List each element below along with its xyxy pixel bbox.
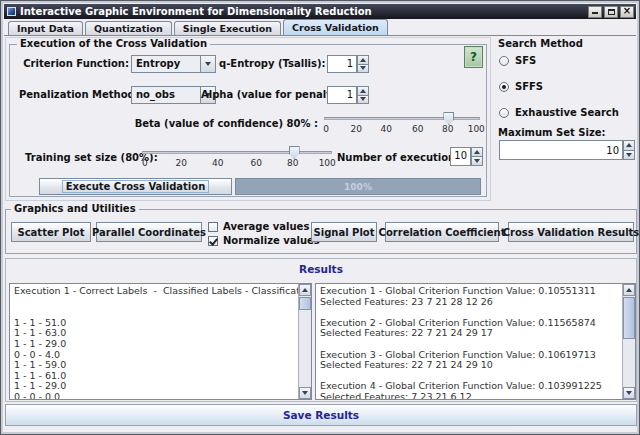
spinner-up-icon[interactable] xyxy=(471,147,483,157)
spinner-down-icon[interactable] xyxy=(623,151,635,161)
tab-cross-validation[interactable]: Cross Validation xyxy=(283,19,388,35)
checkbox-checked-icon xyxy=(208,236,218,246)
number-of-executions-spinner[interactable]: 10 xyxy=(450,147,483,166)
criterion-function-select[interactable]: Entropy xyxy=(131,55,216,73)
beta-label: Beta (value of confidence) 80% : xyxy=(96,118,318,129)
maximum-set-size-spinner[interactable]: 10 xyxy=(499,140,635,160)
number-of-executions-label: Number of executions: xyxy=(337,152,447,163)
maximum-set-size-label: Maximum Set Size: xyxy=(498,127,606,138)
chevron-down-icon[interactable] xyxy=(200,56,215,72)
normalize-values-checkbox[interactable]: Normalize values xyxy=(208,235,320,246)
close-button[interactable]: × xyxy=(620,6,634,18)
cross-validation-results-button[interactable]: Cross Validation Results xyxy=(508,222,634,242)
help-button[interactable]: ? xyxy=(464,46,483,68)
slider-track[interactable] xyxy=(142,151,332,154)
graphics-panel-title: Graphics and Utilities xyxy=(11,203,139,214)
penalization-method-value: no_obs xyxy=(132,87,200,103)
save-results-button[interactable]: Save Results xyxy=(5,404,637,426)
scrollbar-thumb[interactable] xyxy=(299,297,311,310)
close-icon: × xyxy=(623,6,631,16)
search-method-title: Search Method xyxy=(498,38,583,49)
scrollbar[interactable] xyxy=(298,284,311,399)
minimize-button[interactable] xyxy=(588,6,602,18)
scatter-plot-button[interactable]: Scatter Plot xyxy=(11,222,91,242)
radio-icon xyxy=(499,108,509,118)
radio-sfs[interactable]: SFS xyxy=(499,55,536,66)
executions-value[interactable]: 10 xyxy=(450,147,471,166)
results-title: Results xyxy=(6,263,636,275)
radio-exhaustive-search[interactable]: Exhaustive Search xyxy=(499,107,619,118)
slider-ticks: 0 20 40 60 80 100 xyxy=(141,158,333,170)
parallel-coordinates-button[interactable]: Parallel Coordinates xyxy=(96,222,202,242)
spinner-down-icon[interactable] xyxy=(471,157,483,166)
question-mark-icon: ? xyxy=(470,50,477,64)
scroll-down-icon[interactable] xyxy=(299,387,311,399)
alpha-value[interactable]: 1 xyxy=(327,86,357,104)
scroll-up-icon[interactable] xyxy=(623,284,635,296)
maximize-icon xyxy=(608,9,615,15)
progress-bar: 100% xyxy=(235,178,481,195)
q-entropy-value[interactable]: 1 xyxy=(327,55,357,73)
spinner-down-icon[interactable] xyxy=(357,96,369,105)
window-title: Interactive Graphic Environment for Dime… xyxy=(20,6,586,17)
penalization-method-label: Penalization Method: xyxy=(19,89,129,100)
app-window: Interactive Graphic Environment for Dime… xyxy=(0,0,640,435)
criterion-function-value: Entropy xyxy=(132,56,200,72)
radio-icon xyxy=(499,56,509,66)
checkbox-icon xyxy=(208,222,218,232)
criterion-results-text[interactable]: Execution 1 - Global Criterion Function … xyxy=(316,284,622,399)
tab-single-execution[interactable]: Single Execution xyxy=(174,21,281,35)
correlation-coefficient-button[interactable]: Correlation Coefficient xyxy=(385,222,499,242)
tab-quantization[interactable]: Quantization xyxy=(85,21,172,35)
tab-input-data[interactable]: Input Data xyxy=(8,21,83,35)
q-entropy-label: q-Entropy (Tsallis): xyxy=(219,58,324,69)
execute-cross-validation-button[interactable]: Execute Cross Validation xyxy=(39,178,232,195)
training-set-size-label: Training set size (80%): xyxy=(25,152,137,163)
spinner-up-icon[interactable] xyxy=(357,86,369,96)
classification-results-textarea[interactable]: Execution 1 - Correct Labels - Classifie… xyxy=(9,283,312,400)
slider-track[interactable] xyxy=(324,117,480,120)
classification-results-text[interactable]: Execution 1 - Correct Labels - Classifie… xyxy=(10,284,298,399)
training-set-size-slider[interactable]: 0 20 40 60 80 100 xyxy=(141,145,333,173)
minimize-icon xyxy=(592,8,598,14)
results-panel: Results Execution 1 - Correct Labels - C… xyxy=(5,258,637,402)
scrollbar[interactable] xyxy=(622,284,635,399)
title-bar: Interactive Graphic Environment for Dime… xyxy=(4,4,636,19)
maximize-button[interactable] xyxy=(604,6,618,18)
radio-selected-icon xyxy=(499,82,509,92)
spinner-down-icon[interactable] xyxy=(357,65,369,74)
signal-plot-button[interactable]: Signal Plot xyxy=(311,222,377,242)
scroll-down-icon[interactable] xyxy=(623,387,635,399)
tab-bar: Input Data Quantization Single Execution… xyxy=(4,19,636,35)
spinner-up-icon[interactable] xyxy=(623,140,635,151)
alpha-label: Alpha (value for penalty): xyxy=(201,89,324,100)
radio-sffs[interactable]: SFFS xyxy=(499,81,543,92)
execution-panel-title: Execution of the Cross Validation xyxy=(17,38,210,49)
scrollbar-thumb[interactable] xyxy=(623,297,635,339)
spinner-up-icon[interactable] xyxy=(357,55,369,65)
alpha-spinner[interactable]: 1 xyxy=(327,86,369,104)
slider-ticks: 0 20 40 60 80 100 xyxy=(323,124,481,136)
scroll-up-icon[interactable] xyxy=(299,284,311,296)
criterion-function-label: Criterion Function: xyxy=(19,58,129,69)
criterion-results-textarea[interactable]: Execution 1 - Global Criterion Function … xyxy=(315,283,636,400)
q-entropy-spinner[interactable]: 1 xyxy=(327,55,369,73)
max-set-size-value[interactable]: 10 xyxy=(499,140,623,160)
beta-slider[interactable]: 0 20 40 60 80 100 xyxy=(323,111,481,139)
progress-value: 100% xyxy=(344,182,372,192)
app-icon xyxy=(7,7,16,16)
